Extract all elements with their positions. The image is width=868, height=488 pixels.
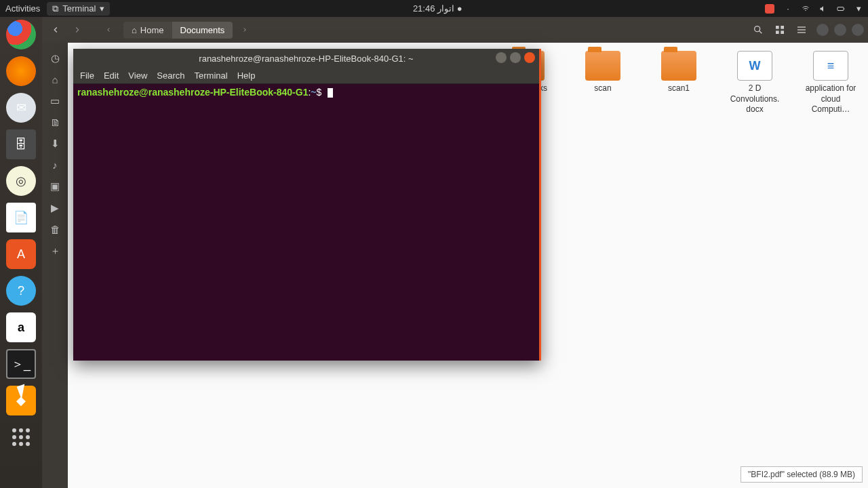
launcher-dock: ✉ 🗄 ◎ 📄 A ? a ＞_ ◆ [0, 17, 42, 488]
show-apps-button[interactable] [6, 422, 36, 452]
terminal-minimize-button[interactable] [496, 52, 507, 63]
music-icon[interactable]: ♪ [52, 159, 58, 171]
path-back-icon[interactable] [99, 20, 118, 39]
terminal-maximize-button[interactable] [510, 52, 521, 63]
status-bar: "BFI2.pdf" selected (88.9 MB) [741, 466, 863, 483]
terminal-prompt-symbol: $ [317, 87, 322, 98]
volume-icon[interactable] [819, 5, 827, 13]
trash-icon[interactable]: 🗑 [50, 224, 60, 235]
svg-rect-6 [776, 30, 779, 34]
file-item[interactable]: scan1 [652, 51, 705, 115]
svg-line-3 [759, 30, 762, 33]
terminal-titlebar[interactable]: ranashehroze@ranashehroze-HP-EliteBook-8… [73, 49, 539, 68]
svg-rect-5 [781, 26, 784, 29]
videos-icon[interactable]: ▶ [51, 202, 59, 214]
thunderbird-app[interactable]: ✉ [6, 93, 36, 123]
file-item[interactable]: scan [576, 51, 629, 115]
amazon-app[interactable]: a [6, 312, 36, 342]
chrome-app[interactable] [6, 20, 36, 49]
activities-button[interactable]: Activities [5, 3, 40, 14]
terminal-indicator-icon: ⧉ [52, 3, 58, 14]
documents-icon[interactable]: 🗎 [50, 117, 60, 128]
file-label: scan1 [668, 83, 690, 94]
file-label: application for cloud Computi… [804, 83, 857, 115]
chevron-down-icon[interactable]: ▾ [854, 5, 863, 13]
screen-record-icon[interactable] [765, 4, 774, 14]
terminal-window: ranashehroze@ranashehroze-HP-EliteBook-8… [73, 49, 541, 361]
path-forward-icon[interactable] [235, 20, 254, 39]
add-location-icon[interactable]: ＋ [50, 245, 60, 258]
clock[interactable]: 21:46 اتوار ● [110, 3, 765, 14]
wifi-icon[interactable] [802, 5, 810, 13]
downloads-icon[interactable]: ⬇ [51, 138, 60, 150]
file-item[interactable]: W2 D Convolutions.docx [728, 51, 781, 115]
pictures-icon[interactable]: ▣ [50, 180, 60, 192]
chevron-down-icon: ▾ [100, 3, 104, 14]
terminal-body[interactable]: ranashehroze@ranashehroze-HP-EliteBook-8… [73, 84, 539, 100]
terminal-menu-search[interactable]: Search [157, 70, 184, 81]
status-dot-icon: · [784, 5, 792, 13]
folder-icon [661, 51, 696, 81]
folder-icon [585, 51, 620, 81]
terminal-menu-view[interactable]: View [128, 70, 147, 81]
sublime-app[interactable]: ◆ [6, 386, 36, 415]
breadcrumb-home[interactable]: ⌂ Home [123, 22, 172, 39]
terminal-cursor [328, 88, 333, 98]
top-panel: Activities ⧉ Terminal ▾ 21:46 اتوار ● · … [0, 0, 868, 17]
close-button[interactable] [852, 24, 864, 36]
document-icon: ≡ [813, 51, 848, 81]
terminal-menu-file[interactable]: File [80, 70, 94, 81]
recent-icon[interactable]: ◷ [51, 52, 60, 64]
home-icon: ⌂ [132, 25, 137, 35]
file-item[interactable]: ≡application for cloud Computi… [804, 51, 857, 115]
terminal-menu-edit[interactable]: Edit [104, 70, 119, 81]
desktop-icon[interactable]: ▭ [50, 95, 60, 107]
document-icon: W [737, 51, 772, 81]
app-menu-label: Terminal [62, 3, 96, 14]
software-app[interactable]: A [6, 239, 36, 269]
terminal-prompt-path: ~ [311, 87, 316, 98]
breadcrumb-current[interactable]: Documents [172, 22, 233, 39]
svg-rect-0 [837, 7, 844, 10]
app-menu[interactable]: ⧉ Terminal ▾ [47, 2, 110, 16]
terminal-close-button[interactable] [524, 52, 535, 63]
terminal-title: ranashehroze@ranashehroze-HP-EliteBook-8… [199, 54, 413, 64]
files-app[interactable]: 🗄 [6, 129, 36, 159]
search-button[interactable] [749, 20, 768, 39]
svg-rect-7 [781, 30, 784, 34]
battery-icon[interactable] [837, 5, 845, 13]
terminal-menubar: FileEditViewSearchTerminalHelp [73, 68, 539, 84]
file-label: 2 D Convolutions.docx [728, 83, 781, 115]
file-label: scan [594, 83, 611, 94]
help-app[interactable]: ? [6, 276, 36, 306]
firefox-app[interactable] [6, 56, 36, 86]
terminal-app[interactable]: ＞_ [6, 349, 36, 379]
forward-button[interactable] [68, 20, 87, 39]
minimize-button[interactable] [816, 24, 829, 36]
maximize-button[interactable] [834, 24, 846, 36]
writer-app[interactable]: 📄 [6, 203, 36, 232]
breadcrumb-home-label: Home [140, 25, 164, 35]
home-icon[interactable]: ⌂ [52, 74, 58, 85]
view-grid-button[interactable] [770, 20, 789, 39]
terminal-prompt-user: ranashehroze@ranashehroze-HP-EliteBook-8… [77, 87, 308, 98]
breadcrumb: ⌂ Home Documents [123, 22, 233, 39]
terminal-menu-terminal[interactable]: Terminal [195, 70, 228, 81]
svg-rect-4 [776, 26, 779, 29]
terminal-menu-help[interactable]: Help [237, 70, 256, 81]
files-header: ⌂ Home Documents [42, 17, 868, 43]
rhythmbox-app[interactable]: ◎ [6, 166, 36, 196]
hamburger-button[interactable] [792, 20, 811, 39]
back-button[interactable] [46, 20, 65, 39]
files-sidebar: ◷ ⌂ ▭ 🗎 ⬇ ♪ ▣ ▶ 🗑 ＋ [42, 43, 68, 488]
